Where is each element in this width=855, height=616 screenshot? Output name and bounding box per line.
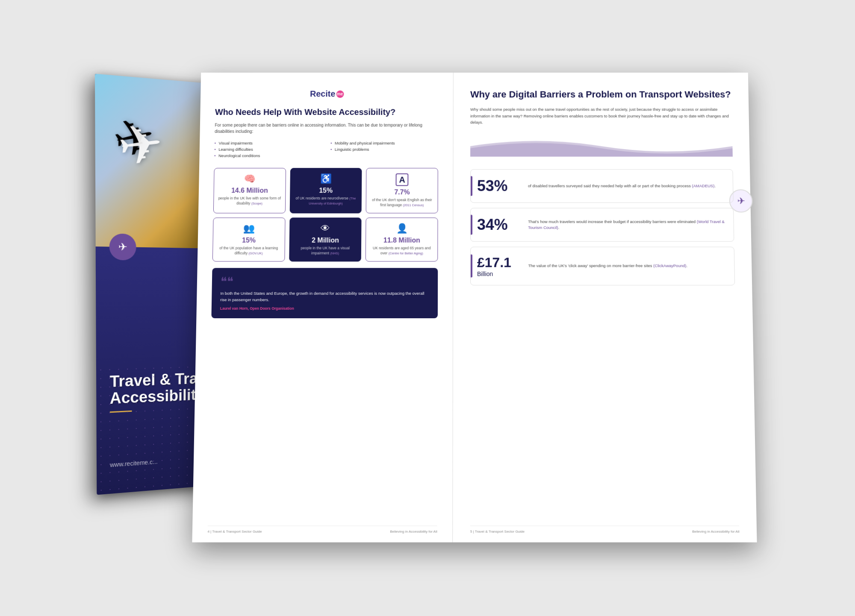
bullet-col-1: Visual impairments Learning difficulties… <box>214 141 322 160</box>
stat-card-3: A 7.7% of the UK don't speak English as … <box>366 168 438 213</box>
stat-pct-1: 53% <box>477 177 519 195</box>
quote-icon: ❝❝ <box>221 276 430 287</box>
right-footer-left: 5 | Travel & Transport Sector Guide <box>470 530 525 534</box>
left-page-heading: Who Needs Help With Website Accessibilit… <box>215 107 438 117</box>
stat-ref-3: (ClickAwayPound) <box>653 264 686 268</box>
footer-left-text: 4 | Travel & Transport Sector Guide <box>207 530 262 534</box>
stat-icon-3: A <box>396 173 409 186</box>
stat-icon-4: 👥 <box>217 223 281 234</box>
bullet-col-2: Mobility and physical impairments Lingui… <box>330 141 438 160</box>
page-right: Why are Digital Barriers a Problem on Tr… <box>453 73 757 543</box>
stat-ref-2: (World Travel & Tourism Council) <box>528 219 725 230</box>
stat-desc-4: of the UK population have a learning dif… <box>216 246 281 256</box>
stat-num-5: 2 Million <box>293 237 357 244</box>
stat-desc-2: of UK residents are neurodiverse (The Un… <box>293 196 358 206</box>
stat-card-4: 👥 15% of the UK population have a learni… <box>212 217 285 261</box>
bullet-5: Linguistic problems <box>330 147 438 152</box>
stat-billion-label: Billion <box>477 270 520 277</box>
stat-desc-1: people in the UK live with some form of … <box>217 196 282 206</box>
stat-card-1: 🧠 14.6 Million people in the UK live wit… <box>213 168 286 213</box>
stats-grid: 🧠 14.6 Million people in the UK live wit… <box>212 168 438 261</box>
bullets-container: Visual impairments Learning difficulties… <box>214 141 438 160</box>
quote-org: Open Doors Organisation <box>250 306 294 311</box>
stat-card-5: 👁 2 Million people in the UK have a visu… <box>289 217 362 261</box>
airplane-icon: ✈ <box>106 106 161 170</box>
stat-card-2: ♿ 15% of UK residents are neurodiverse (… <box>289 168 362 213</box>
stat-icon-5: 👁 <box>293 223 358 234</box>
bullet-2: Learning difficulties <box>214 147 322 152</box>
stat-desc-5: people in the UK have a visual impairmen… <box>293 246 357 256</box>
right-page-heading: Why are Digital Barriers a Problem on Tr… <box>470 89 731 100</box>
right-page-intro: Why should some people miss out on the s… <box>470 106 732 125</box>
scene: ✈ ✈ Travel & TranAccessibility www.recit… <box>86 52 770 564</box>
bullet-1: Visual impairments <box>215 141 322 146</box>
stat-row-3: £17.1Billion The value of the UK's 'clic… <box>470 247 735 285</box>
quote-text: In both the United States and Europe, th… <box>220 290 429 303</box>
stat-row-2: 34% That's how much travelers would incr… <box>470 208 734 242</box>
stat-num-4: 15% <box>216 237 281 244</box>
stat-card-6: 👤 11.8 Million UK residents are aged 65 … <box>366 217 438 261</box>
quote-author: Laurel van Horn, Open Doors Organisation <box>220 306 429 311</box>
stat-icon-6: 👤 <box>370 223 434 234</box>
stat-num-6: 11.8 Million <box>369 237 434 244</box>
stat-icon-2: ♿ <box>294 173 358 185</box>
stat-num-2: 15% <box>294 187 358 194</box>
stat-pct-2: 34% <box>477 216 520 234</box>
stat-num-1: 14.6 Million <box>218 187 282 194</box>
logo-text: Recite <box>310 89 335 99</box>
stat-desc-row-2: That's how much travelers would increase… <box>528 219 727 231</box>
stat-num-3: 7.7% <box>370 188 434 196</box>
recite-logo: Reciteme <box>215 89 439 99</box>
stat-desc-row-3: The value of the UK's 'click away' spend… <box>528 263 728 269</box>
wave-decoration <box>470 136 733 157</box>
stat-desc-6: UK residents are aged 65 years and over … <box>369 246 434 256</box>
right-footer-right: Believing in Accessibility for All <box>692 530 739 534</box>
footer-right-text: Believing in Accessibility for All <box>390 530 437 534</box>
stat-pound-value: £17.1Billion <box>477 255 520 277</box>
cover-icon-circle: ✈ <box>109 233 136 260</box>
stat-desc-3: of the UK don't speak English as their f… <box>370 198 434 208</box>
quote-box: ❝❝ In both the United States and Europe,… <box>211 268 438 318</box>
book-spread: Reciteme Who Needs Help With Website Acc… <box>192 73 757 543</box>
bullet-4: Mobility and physical impairments <box>330 141 438 146</box>
left-page-intro: For some people there can be barriers on… <box>215 122 438 135</box>
right-page-footer: 5 | Travel & Transport Sector Guide Beli… <box>470 525 740 534</box>
left-page-footer: 4 | Travel & Transport Sector Guide Beli… <box>207 525 437 534</box>
bullet-3: Neurological conditions <box>214 153 322 158</box>
page-left: Reciteme Who Needs Help With Website Acc… <box>192 73 453 543</box>
logo-me: me <box>336 90 344 97</box>
stat-icon-1: 🧠 <box>218 173 282 185</box>
stat-row-1: 53% of disabled travellers surveyed said… <box>470 169 734 203</box>
stat-desc-row-1: of disabled travellers surveyed said the… <box>528 183 726 189</box>
stat-ref-1: (AMADEUS) <box>692 183 714 188</box>
